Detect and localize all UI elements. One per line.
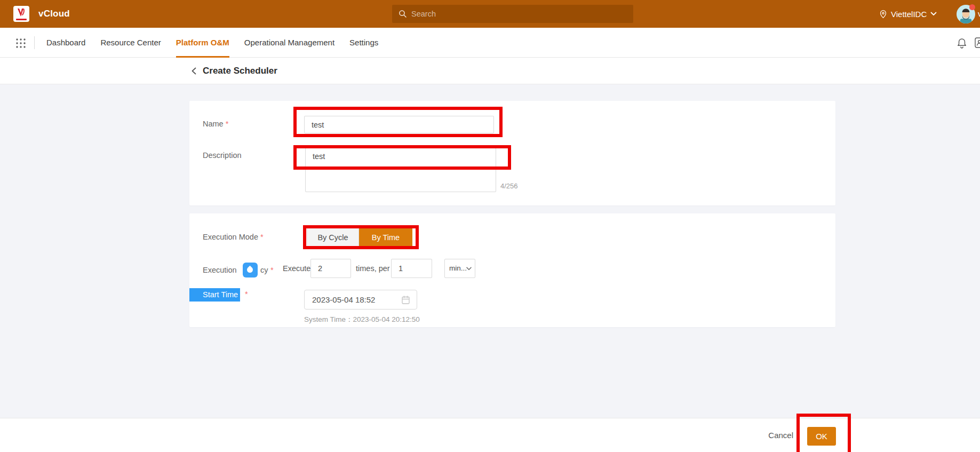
by-cycle-option[interactable]: By Cycle: [307, 228, 359, 247]
required-mark: *: [260, 233, 264, 241]
nav-item-platform-om[interactable]: Platform O&M: [176, 28, 229, 58]
back-chevron-icon[interactable]: [190, 67, 198, 75]
nav-item-label: Platform O&M: [176, 38, 229, 47]
execution-frequency-label-prefix: Execution: [203, 266, 237, 274]
description-textarea[interactable]: test: [305, 148, 496, 192]
top-bar: vCloud ViettelIDC: [0, 0, 980, 28]
start-time-label-highlighted: Start Time: [189, 288, 240, 302]
nav-item-settings[interactable]: Settings: [349, 28, 378, 58]
system-time-label: System Time：: [304, 315, 353, 323]
nav-item-dashboard[interactable]: Dashboard: [46, 28, 85, 58]
per-input[interactable]: [391, 259, 432, 278]
basic-info-card: Name* Description test 4/256: [189, 101, 835, 205]
region-label: ViettelIDC: [891, 10, 927, 19]
required-mark: *: [226, 120, 229, 128]
contact-icon[interactable]: [975, 37, 980, 49]
nav-item-operational-management[interactable]: Operational Management: [244, 28, 334, 58]
create-scheduler-screen: vCloud ViettelIDC: [0, 0, 980, 452]
description-label: Description: [203, 151, 242, 160]
name-label: Name*: [203, 120, 228, 128]
nav-divider: [34, 36, 35, 49]
action-footer: Cancel OK: [0, 418, 980, 452]
system-time-value: 2023-05-04 20:12:50: [353, 315, 420, 323]
water-drop-icon: [246, 266, 254, 274]
execution-mode-toggle: By Cycle By Time: [307, 228, 412, 247]
start-time-picker[interactable]: 2023-05-04 18:52: [304, 290, 417, 310]
user-avatar[interactable]: [957, 5, 975, 23]
name-input[interactable]: [304, 116, 494, 133]
required-mark: *: [245, 290, 248, 298]
username-label: v: [978, 0, 980, 28]
global-search: [392, 5, 633, 23]
by-time-option[interactable]: By Time: [359, 228, 412, 247]
required-mark: *: [270, 266, 274, 274]
touch-cursor-overlay: [243, 263, 258, 277]
ok-button[interactable]: OK: [807, 427, 836, 446]
execute-label: Execute: [283, 259, 310, 278]
vcloud-logo-icon[interactable]: [13, 6, 29, 22]
start-time-value: 2023-05-04 18:52: [312, 290, 375, 309]
v-check-glyph: [15, 6, 28, 19]
unit-select[interactable]: min...: [444, 259, 475, 278]
search-icon: [399, 10, 407, 18]
nav-items: Dashboard Resource Center Platform O&M O…: [46, 28, 378, 58]
chevron-down-icon: [930, 12, 937, 16]
char-counter: 4/256: [500, 182, 518, 190]
notification-dot: [969, 4, 975, 10]
execution-frequency-label-suffix: cy: [260, 266, 268, 274]
times-per-label: times, per: [356, 259, 390, 278]
apps-grid-icon[interactable]: [15, 37, 27, 49]
execution-mode-label: Execution Mode*: [203, 233, 264, 241]
cancel-button[interactable]: Cancel: [768, 418, 793, 452]
unit-select-value: min...: [449, 264, 467, 272]
execution-settings-card: Execution Mode* By Cycle By Time Executi…: [189, 213, 835, 327]
chevron-down-icon: [466, 267, 472, 271]
main-nav: Dashboard Resource Center Platform O&M O…: [0, 28, 980, 58]
logo-subtext: [16, 19, 27, 20]
search-input[interactable]: [411, 5, 625, 23]
brand-name: vCloud: [38, 0, 70, 28]
nav-item-resource-center[interactable]: Resource Center: [100, 28, 161, 58]
bell-icon[interactable]: [957, 37, 967, 49]
location-pin-icon: [879, 10, 887, 19]
system-time: System Time：2023-05-04 20:12:50: [304, 315, 420, 324]
times-input[interactable]: [310, 259, 351, 278]
calendar-icon: [402, 296, 410, 304]
page-header: Create Scheduler: [0, 58, 980, 84]
page-title: Create Scheduler: [203, 58, 277, 84]
region-selector[interactable]: ViettelIDC: [879, 0, 937, 28]
